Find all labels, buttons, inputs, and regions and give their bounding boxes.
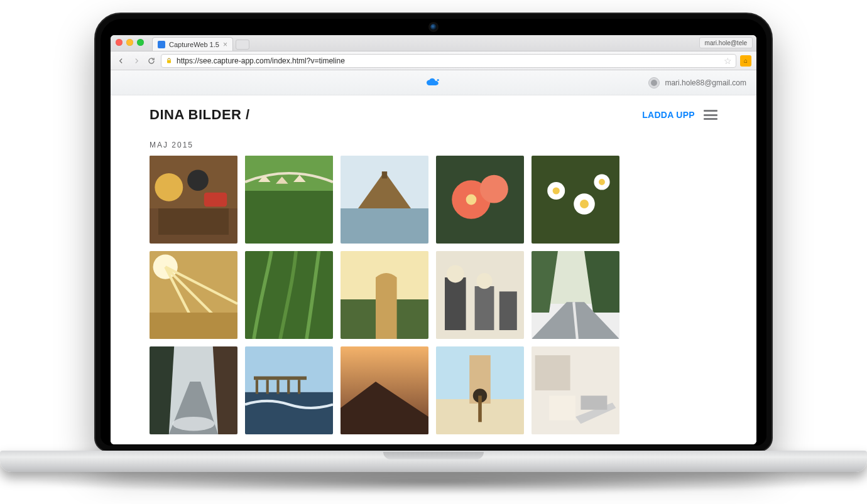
svg-rect-35 bbox=[445, 277, 466, 330]
url-input[interactable] bbox=[177, 56, 720, 65]
timeline-month[interactable]: Nov bbox=[729, 221, 756, 230]
profile-chip[interactable]: mari.hole@tele bbox=[699, 37, 753, 48]
address-bar[interactable]: ☆ bbox=[161, 54, 736, 68]
thumb-image bbox=[150, 346, 237, 434]
photo-thumb[interactable] bbox=[245, 251, 333, 339]
photo-thumb[interactable] bbox=[532, 156, 619, 244]
thumb-image bbox=[436, 251, 524, 339]
reload-button[interactable] bbox=[146, 55, 157, 67]
photo-thumb[interactable] bbox=[436, 251, 524, 339]
svg-rect-0 bbox=[167, 60, 171, 63]
profile-chip-label: mari.hole@tele bbox=[705, 40, 747, 46]
timeline-sidebar: › 2015 Maj Apr Mar Feb Jan 2014 Dec Nov … bbox=[729, 131, 756, 334]
svg-rect-7 bbox=[158, 208, 229, 235]
user-area[interactable]: mari.hole88@gmail.com bbox=[648, 77, 746, 88]
timeline-month[interactable]: Dec bbox=[729, 284, 756, 292]
photo-thumb[interactable] bbox=[436, 346, 524, 434]
svg-rect-49 bbox=[254, 377, 307, 380]
timeline-month[interactable]: Feb bbox=[729, 178, 756, 187]
timeline-month[interactable]: Mar bbox=[729, 314, 756, 323]
laptop-shadow bbox=[25, 469, 842, 495]
photo-thumb[interactable] bbox=[532, 346, 619, 434]
photo-thumb[interactable] bbox=[341, 346, 428, 434]
svg-point-36 bbox=[447, 265, 464, 282]
title-actions: LADDA UPP bbox=[642, 110, 717, 120]
photo-thumb[interactable] bbox=[341, 251, 428, 339]
timeline-month[interactable]: Okt bbox=[729, 294, 756, 303]
photo-thumb[interactable] bbox=[150, 346, 237, 434]
thumb-image bbox=[436, 156, 524, 244]
timeline-month[interactable]: Jul bbox=[729, 261, 756, 270]
timeline-header: › 2015 bbox=[729, 131, 756, 144]
window-close-icon[interactable] bbox=[116, 39, 123, 46]
photo-thumb[interactable] bbox=[245, 156, 333, 244]
back-button[interactable] bbox=[116, 55, 127, 67]
timeline-year[interactable]: 2014 bbox=[729, 200, 756, 208]
svg-rect-63 bbox=[535, 355, 570, 390]
thumb-image bbox=[341, 251, 428, 339]
svg-rect-37 bbox=[475, 286, 494, 330]
webcam-icon bbox=[430, 24, 437, 30]
timeline-month[interactable]: Mar bbox=[729, 168, 756, 177]
photo-thumb[interactable] bbox=[341, 156, 428, 244]
thumb-image bbox=[532, 346, 619, 434]
photo-thumb[interactable] bbox=[532, 251, 619, 339]
svg-rect-54 bbox=[298, 380, 300, 394]
svg-rect-6 bbox=[204, 193, 227, 206]
page-title-text: DINA BILDER bbox=[150, 107, 241, 122]
thumb-image bbox=[245, 251, 333, 339]
svg-point-20 bbox=[466, 195, 477, 205]
svg-point-19 bbox=[480, 175, 508, 203]
stage: CaptureWeb 1.5 × mari.hole@tele bbox=[0, 0, 867, 504]
screen: CaptureWeb 1.5 × mari.hole@tele bbox=[111, 35, 756, 444]
browser-toolbar: ☆ ⌂ bbox=[111, 51, 756, 70]
timeline-month[interactable]: Aug bbox=[729, 251, 756, 260]
svg-rect-48 bbox=[245, 392, 333, 434]
user-email: mari.hole88@gmail.com bbox=[665, 78, 746, 87]
arrow-right-icon bbox=[132, 56, 141, 65]
window-controls bbox=[116, 39, 144, 46]
window-zoom-icon[interactable] bbox=[137, 39, 144, 46]
new-tab-button[interactable] bbox=[236, 40, 249, 50]
timeline-month[interactable]: Okt bbox=[729, 231, 756, 240]
svg-point-27 bbox=[599, 179, 605, 185]
tab-close-icon[interactable]: × bbox=[223, 41, 227, 48]
content-wrap: DINA BILDER / LADDA UPP bbox=[111, 95, 756, 444]
photo-thumb[interactable] bbox=[150, 251, 237, 339]
svg-point-26 bbox=[580, 200, 589, 208]
photo-thumb[interactable] bbox=[436, 156, 524, 244]
photo-thumb[interactable] bbox=[150, 156, 237, 244]
brand-cloud-icon bbox=[425, 77, 442, 88]
browser-tab[interactable]: CaptureWeb 1.5 × bbox=[152, 37, 233, 51]
svg-rect-30 bbox=[150, 313, 237, 339]
menu-button[interactable] bbox=[704, 110, 717, 120]
timeline-month[interactable]: Maj bbox=[729, 148, 756, 157]
forward-button[interactable] bbox=[131, 55, 142, 67]
app-header: mari.hole88@gmail.com bbox=[111, 70, 756, 95]
timeline-month[interactable]: Dec bbox=[729, 211, 756, 220]
lock-icon bbox=[165, 57, 173, 65]
svg-rect-14 bbox=[341, 208, 428, 244]
thumb-image bbox=[436, 346, 524, 434]
timeline-month[interactable]: Sep bbox=[729, 241, 756, 250]
bookmark-star-icon[interactable]: ☆ bbox=[724, 56, 732, 66]
timeline-month[interactable]: Apr bbox=[729, 158, 756, 167]
extension-button[interactable]: ⌂ bbox=[740, 55, 751, 67]
timeline-month[interactable]: Jan bbox=[729, 324, 756, 333]
section-label: MAJ 2015 bbox=[150, 141, 717, 149]
laptop-hinge bbox=[0, 451, 867, 472]
timeline-month[interactable]: Apr bbox=[729, 304, 756, 313]
timeline-month[interactable]: Jan bbox=[729, 188, 756, 197]
tab-strip: CaptureWeb 1.5 × mari.hole@tele bbox=[111, 35, 756, 51]
window-minimize-icon[interactable] bbox=[126, 39, 133, 46]
upload-button[interactable]: LADDA UPP bbox=[642, 110, 695, 120]
thumb-image bbox=[245, 346, 333, 434]
thumb-image bbox=[341, 156, 428, 244]
extension-icon: ⌂ bbox=[744, 57, 748, 64]
title-row: DINA BILDER / LADDA UPP bbox=[150, 107, 717, 123]
timeline-year[interactable]: 2013 bbox=[729, 272, 756, 281]
tab-title: CaptureWeb 1.5 bbox=[169, 41, 219, 48]
arrow-left-icon bbox=[117, 56, 126, 65]
thumb-image bbox=[532, 156, 619, 244]
photo-thumb[interactable] bbox=[245, 346, 333, 434]
